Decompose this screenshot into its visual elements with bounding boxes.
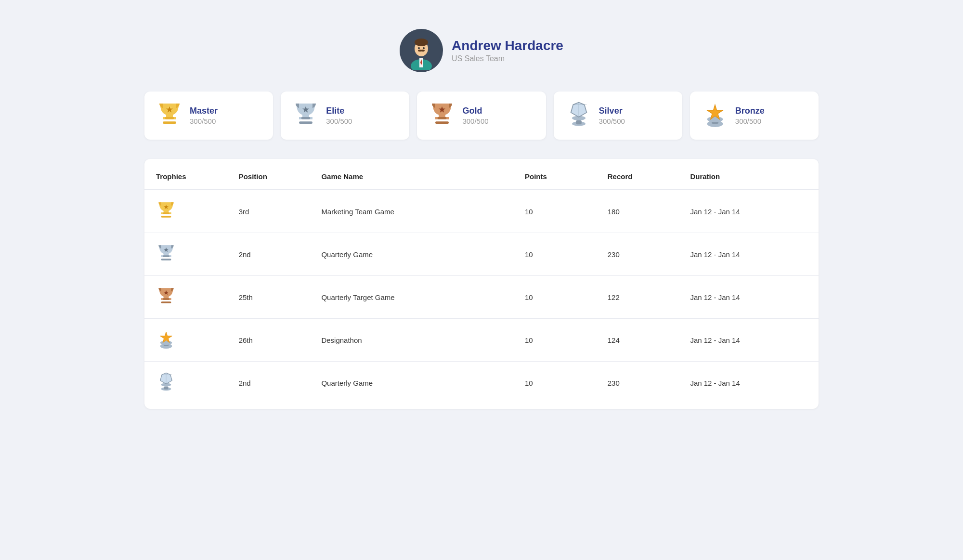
cell-duration-4: Jan 12 - Jan 14 (678, 362, 819, 404)
trophies-table: Trophies Position Game Name Points Recor… (144, 164, 819, 404)
table-row: 26th Designathon 10 124 Jan 12 - Jan 14 (144, 319, 819, 362)
svg-rect-27 (163, 212, 169, 214)
trophy-card-score-gold: 300/500 (462, 117, 488, 125)
cell-record-4: 230 (596, 362, 679, 404)
trophy-cards: Master 300/500 Elite 300/500 Gol (144, 82, 819, 154)
cell-position-2: 25th (227, 276, 310, 319)
trophy-card-label-gold: Gold (462, 106, 488, 116)
trophy-card-score-elite: 300/500 (326, 117, 352, 125)
cell-points-4: 10 (513, 362, 596, 404)
svg-rect-21 (576, 120, 582, 124)
trophy-card-info-silver: Silver 300/500 (599, 106, 625, 125)
profile-info: Andrew Hardacre US Sales Team (452, 38, 563, 63)
cell-game-4: Quarterly Game (310, 362, 513, 404)
table-row: 3rd Marketing Team Game 10 180 Jan 12 - … (144, 190, 819, 233)
cell-duration-2: Jan 12 - Jan 14 (678, 276, 819, 319)
cell-game-0: Marketing Team Game (310, 190, 513, 233)
table-header-row: Trophies Position Game Name Points Recor… (144, 164, 819, 190)
svg-point-7 (421, 50, 425, 52)
profile-team: US Sales Team (452, 54, 563, 63)
row-trophy-icon-3 (156, 332, 176, 352)
row-trophy-icon-2 (156, 289, 176, 310)
svg-point-5 (415, 39, 428, 46)
trophy-card-icon-bronze (702, 100, 729, 131)
trophy-card-master: Master 300/500 (144, 91, 273, 140)
profile-name: Andrew Hardacre (452, 38, 563, 53)
cell-game-2: Quarterly Target Game (310, 276, 513, 319)
svg-rect-28 (161, 216, 171, 218)
avatar (400, 29, 443, 72)
trophy-card-label-silver: Silver (599, 106, 625, 116)
cell-duration-1: Jan 12 - Jan 14 (678, 233, 819, 276)
trophy-card-score-bronze: 300/500 (735, 117, 765, 125)
col-header-points: Points (513, 164, 596, 190)
trophy-card-label-master: Master (190, 106, 218, 116)
col-header-position: Position (227, 164, 310, 190)
profile-section: Andrew Hardacre US Sales Team (144, 14, 819, 82)
trophy-card-info-gold: Gold 300/500 (462, 106, 488, 125)
col-header-record: Record (596, 164, 679, 190)
row-trophy-icon-1 (156, 247, 176, 267)
cell-trophy-4 (144, 362, 227, 404)
trophy-card-score-silver: 300/500 (599, 117, 625, 125)
cell-points-0: 10 (513, 190, 596, 233)
cell-game-3: Designathon (310, 319, 513, 362)
col-header-trophies: Trophies (144, 164, 227, 190)
svg-rect-34 (163, 298, 169, 300)
table-row: 25th Quarterly Target Game 10 122 Jan 12… (144, 276, 819, 319)
cell-duration-3: Jan 12 - Jan 14 (678, 319, 819, 362)
trophy-card-icon-gold (429, 100, 455, 131)
svg-rect-10 (165, 117, 174, 119)
trophy-card-gold: Gold 300/500 (417, 91, 546, 140)
cell-trophy-2 (144, 276, 227, 319)
svg-rect-17 (438, 117, 447, 119)
row-trophy-icon-0 (156, 204, 176, 224)
cell-record-2: 122 (596, 276, 679, 319)
trophy-card-info-master: Master 300/500 (190, 106, 218, 125)
cell-position-0: 3rd (227, 190, 310, 233)
cell-trophy-0 (144, 190, 227, 233)
cell-trophy-1 (144, 233, 227, 276)
cell-position-1: 2nd (227, 233, 310, 276)
cell-points-1: 10 (513, 233, 596, 276)
table-row: 2nd Quarterly Game 10 230 Jan 12 - Jan 1… (144, 362, 819, 404)
trophy-card-info-bronze: Bronze 300/500 (735, 106, 765, 125)
trophy-card-score-master: 300/500 (190, 117, 218, 125)
trophy-card-bronze: Bronze 300/500 (690, 91, 819, 140)
svg-rect-11 (163, 121, 176, 124)
cell-trophy-3 (144, 319, 227, 362)
trophy-card-label-elite: Elite (326, 106, 352, 116)
svg-rect-35 (161, 301, 171, 303)
col-header-game: Game Name (310, 164, 513, 190)
svg-point-25 (707, 117, 723, 122)
trophy-card-elite: Elite 300/500 (281, 91, 409, 140)
cell-duration-0: Jan 12 - Jan 14 (678, 190, 819, 233)
cell-position-3: 26th (227, 319, 310, 362)
cell-record-3: 124 (596, 319, 679, 362)
cell-game-1: Quarterly Game (310, 233, 513, 276)
row-trophy-icon-4 (156, 375, 176, 395)
svg-rect-14 (301, 117, 311, 119)
table-section: Trophies Position Game Name Points Recor… (144, 159, 819, 409)
svg-rect-42 (164, 387, 169, 390)
cell-position-4: 2nd (227, 362, 310, 404)
svg-point-39 (160, 340, 172, 345)
svg-point-8 (418, 47, 420, 49)
trophy-card-icon-master (156, 100, 183, 131)
cell-points-3: 10 (513, 319, 596, 362)
page-container: Andrew Hardacre US Sales Team Master 300… (144, 14, 819, 409)
table-body: 3rd Marketing Team Game 10 180 Jan 12 - … (144, 190, 819, 404)
cell-points-2: 10 (513, 276, 596, 319)
trophy-card-silver: Silver 300/500 (554, 91, 682, 140)
svg-rect-18 (435, 121, 449, 124)
trophy-card-info-elite: Elite 300/500 (326, 106, 352, 125)
svg-rect-31 (163, 255, 169, 257)
cell-record-0: 180 (596, 190, 679, 233)
trophy-card-icon-elite (292, 100, 319, 131)
trophy-card-label-bronze: Bronze (735, 106, 765, 116)
table-row: 2nd Quarterly Game 10 230 Jan 12 - Jan 1… (144, 233, 819, 276)
cell-record-1: 230 (596, 233, 679, 276)
svg-point-9 (423, 47, 425, 49)
col-header-duration: Duration (678, 164, 819, 190)
trophy-card-icon-silver (565, 100, 592, 131)
